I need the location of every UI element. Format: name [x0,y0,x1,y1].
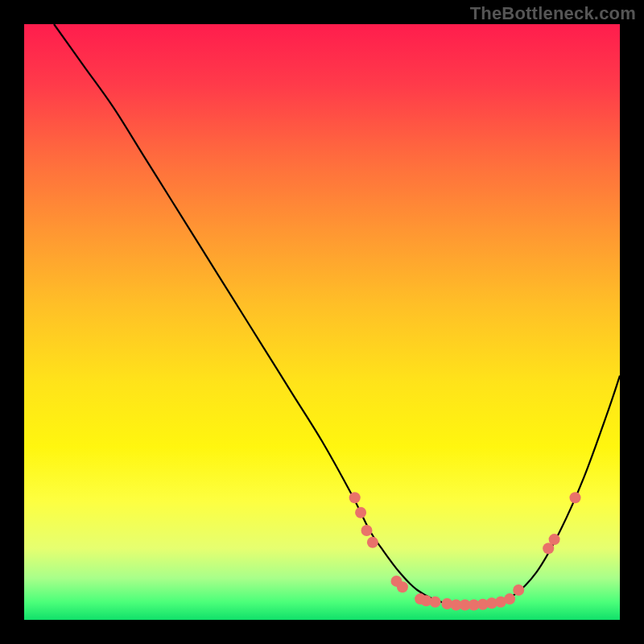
curve-marker [349,492,361,503]
curve-marker [504,593,515,605]
curve-marker [430,597,441,608]
curve-marker [355,507,366,518]
curve-marker [397,581,408,592]
chart-frame: TheBottleneck.com [0,0,644,644]
curve-marker [361,525,373,536]
plot-area [24,24,620,620]
curve-layer [24,24,620,620]
curve-marker [513,584,524,596]
bottleneck-curve [54,24,620,605]
watermark-text: TheBottleneck.com [470,3,636,24]
curve-marker [570,492,581,503]
curve-marker [549,534,560,545]
curve-marker [367,537,378,548]
